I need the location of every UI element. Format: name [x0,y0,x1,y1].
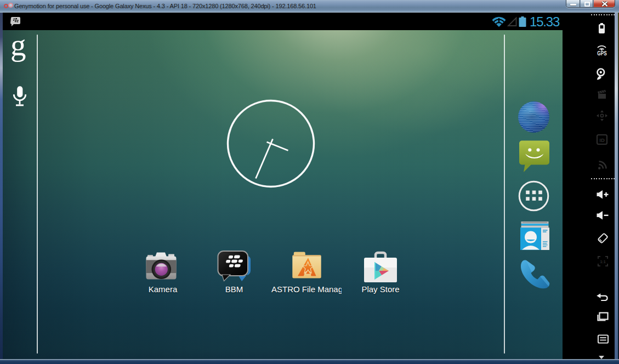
svg-text:1:1: 1:1 [600,260,605,264]
svg-text:ID: ID [599,137,605,143]
